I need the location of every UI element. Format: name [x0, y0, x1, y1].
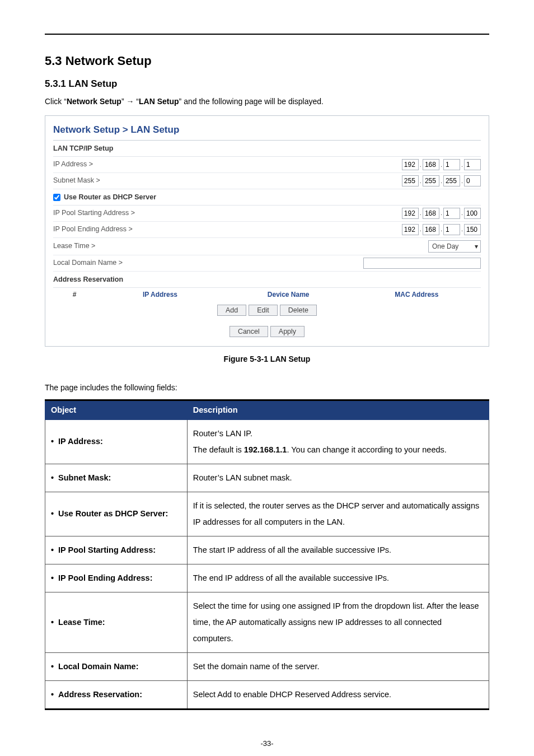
row-local-domain: Local Domain Name >	[53, 255, 481, 272]
page-header-rule	[45, 34, 489, 35]
apply-button[interactable]: Apply	[270, 326, 305, 337]
row-pool-start: IP Pool Starting Address > . . .	[53, 206, 481, 222]
section-heading: 5.3 Network Setup	[45, 52, 489, 70]
local-domain-label: Local Domain Name >	[53, 258, 123, 268]
row-lease-time: Lease Time > One Day ▾	[53, 238, 481, 255]
desc-pool-end: The end IP address of all the available …	[187, 564, 489, 592]
pool-start-octet-2[interactable]	[423, 208, 439, 219]
lease-time-value: One Day	[432, 241, 458, 251]
ip-address-label: IP Address >	[53, 159, 93, 170]
table-row: Local Domain Name: Set the domain name o…	[45, 653, 489, 681]
pool-end-octet-1[interactable]	[402, 224, 419, 235]
desc-domain: Set the domain name of the server.	[187, 653, 489, 681]
table-row: Subnet Mask: Router’s LAN subnet mask.	[45, 464, 489, 492]
th-description: Description	[187, 400, 489, 420]
panel-breadcrumb: Network Setup > LAN Setup	[53, 122, 481, 141]
pool-end-octet-2[interactable]	[423, 224, 439, 235]
row-ip-address: IP Address > . . .	[53, 157, 481, 173]
obj-dhcp: Use Router as DHCP Server:	[51, 509, 168, 518]
col-mac: MAC Address	[353, 290, 481, 300]
pool-start-octet-4[interactable]	[464, 208, 481, 219]
delete-button[interactable]: Delete	[280, 305, 317, 316]
group-lan-tcpip: LAN TCP/IP Setup	[53, 141, 481, 157]
reservation-button-row: Add Edit Delete	[53, 305, 481, 316]
use-router-dhcp-checkbox[interactable]	[53, 194, 60, 201]
ip-octet-1[interactable]	[402, 159, 419, 170]
chevron-down-icon: ▾	[475, 241, 478, 251]
subsection-heading: 5.3.1 LAN Setup	[45, 77, 489, 91]
row-pool-end: IP Pool Ending Address > . . .	[53, 222, 481, 238]
fields-description-table: Object Description IP Address: Router’s …	[45, 399, 489, 711]
add-button[interactable]: Add	[217, 305, 246, 316]
fields-intro: The page includes the following fields:	[45, 382, 489, 394]
obj-pool-end: IP Pool Ending Address:	[51, 573, 152, 582]
table-row: IP Pool Starting Address: The start IP a…	[45, 536, 489, 564]
use-router-dhcp-label: Use Router as DHCP Server	[64, 192, 156, 203]
lan-setup-panel: Network Setup > LAN Setup LAN TCP/IP Set…	[45, 115, 489, 347]
lease-time-label: Lease Time >	[53, 241, 95, 251]
desc-ip-address: Router’s LAN IP. The default is 192.168.…	[187, 420, 489, 464]
table-row: IP Address: Router’s LAN IP. The default…	[45, 420, 489, 464]
desc-lease: Select the time for using one assigned I…	[187, 592, 489, 653]
obj-subnet: Subnet Mask:	[51, 473, 111, 482]
group-dhcp-server: Use Router as DHCP Server	[53, 189, 481, 206]
pool-end-octet-4[interactable]	[464, 224, 481, 235]
th-object: Object	[45, 400, 188, 420]
pool-start-octet-1[interactable]	[402, 208, 419, 219]
form-button-row: Cancel Apply	[53, 326, 481, 337]
reservation-header-row: # IP Address Device Name MAC Address	[53, 288, 481, 301]
desc-pool-start: The start IP address of all the availabl…	[187, 536, 489, 564]
edit-button[interactable]: Edit	[249, 305, 278, 316]
ip-octet-3[interactable]	[443, 159, 460, 170]
subnet-octet-3[interactable]	[443, 175, 460, 186]
pool-end-label: IP Pool Ending Address >	[53, 224, 133, 235]
figure-caption: Figure 5-3-1 LAN Setup	[45, 353, 489, 365]
desc-dhcp: If it is selected, the router serves as …	[187, 492, 489, 536]
table-row: Address Reservation: Select Add to enabl…	[45, 681, 489, 710]
col-dev: Device Name	[224, 290, 353, 300]
obj-reservation: Address Reservation:	[51, 690, 142, 699]
obj-domain: Local Domain Name:	[51, 662, 139, 671]
col-num: #	[53, 290, 96, 300]
cancel-button[interactable]: Cancel	[229, 326, 268, 337]
subnet-octet-4[interactable]	[464, 175, 481, 186]
pool-start-octet-3[interactable]	[443, 208, 460, 219]
subnet-mask-label: Subnet Mask >	[53, 175, 100, 186]
ip-octet-2[interactable]	[423, 159, 439, 170]
page-number: -33-	[45, 738, 489, 749]
pool-end-octet-3[interactable]	[443, 224, 460, 235]
pool-start-label: IP Pool Starting Address >	[53, 208, 135, 218]
obj-lease: Lease Time:	[51, 618, 105, 627]
desc-subnet: Router’s LAN subnet mask.	[187, 464, 489, 492]
ip-octet-4[interactable]	[464, 159, 481, 170]
desc-reservation: Select Add to enable DHCP Reserved Addre…	[187, 681, 489, 710]
obj-pool-start: IP Pool Starting Address:	[51, 545, 156, 554]
table-row: Lease Time: Select the time for using on…	[45, 592, 489, 653]
table-row: Use Router as DHCP Server: If it is sele…	[45, 492, 489, 536]
intro-text: Click “Network Setup” → “LAN Setup” and …	[45, 96, 489, 108]
obj-ip-address: IP Address:	[51, 437, 103, 446]
col-ip: IP Address	[96, 290, 224, 300]
table-row: IP Pool Ending Address: The end IP addre…	[45, 564, 489, 592]
group-address-reservation: Address Reservation	[53, 272, 481, 288]
lease-time-select[interactable]: One Day ▾	[428, 240, 481, 253]
local-domain-input[interactable]	[363, 258, 481, 269]
subnet-octet-1[interactable]	[402, 175, 419, 186]
subnet-octet-2[interactable]	[423, 175, 439, 186]
row-subnet-mask: Subnet Mask > . . .	[53, 173, 481, 189]
